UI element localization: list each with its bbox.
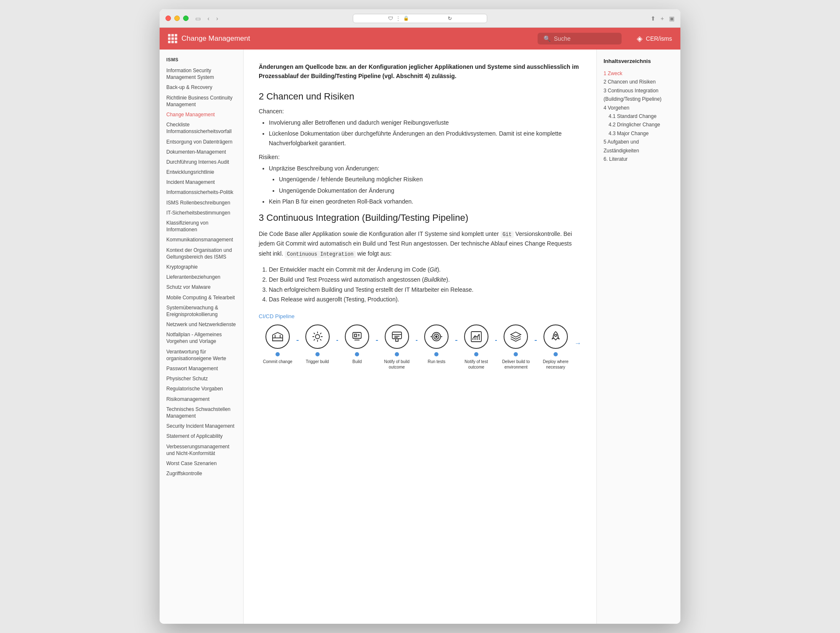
list-item: Das Release wird ausgerollt (Testing, Pr… [269, 295, 581, 305]
svg-rect-4 [353, 332, 361, 338]
toc-title: Inhaltsverzeichnis [604, 58, 674, 64]
sidebar-item[interactable]: Kryptographie [160, 262, 243, 272]
sidebar-item[interactable]: Technisches Schwachstellen Management [160, 404, 243, 421]
close-button[interactable] [165, 16, 171, 21]
url-separator: ⋮ [396, 16, 401, 21]
sidebar-item[interactable]: Notfallplan - Allgemeines Vorgehen und V… [160, 330, 243, 346]
toc-item[interactable]: 3 Continuous Integration (Building/Testi… [604, 86, 674, 104]
pipeline-step-label: Commit change [263, 359, 292, 364]
svg-marker-24 [511, 332, 521, 337]
pipeline-step-label: Build [352, 359, 362, 364]
pipeline-step-icon [385, 324, 409, 349]
table-of-contents: Inhaltsverzeichnis 1 Zweck2 Chancen und … [596, 50, 680, 624]
pipeline-step: Deploy where necessary [537, 324, 575, 370]
sidebar-item[interactable]: Risikomanagement [160, 394, 243, 404]
titlebar-nav-icons: ▭ ‹ › [195, 15, 218, 22]
sidebar-item[interactable]: Netzwerk und Netzwerkdienste [160, 319, 243, 330]
pipeline-step: Notify of build outcome [378, 324, 416, 370]
sidebar-item[interactable]: Statement of Applicability [160, 431, 243, 441]
sidebar-item[interactable]: Zugriffskontrolle [160, 468, 243, 479]
titlebar-center: 🛡 ⋮ 🔒 ↻ [353, 14, 487, 23]
add-tab-icon[interactable]: + [661, 15, 664, 22]
tabs-icon[interactable]: ▣ [669, 15, 675, 22]
pipeline-dot [474, 352, 478, 356]
sidebar-item[interactable]: Kommunikationsmanagement [160, 235, 243, 245]
sidebar-item[interactable]: Schutz vor Malware [160, 282, 243, 292]
forward-icon[interactable]: › [216, 15, 218, 22]
section2-title: 2 Chancen und Risiken [259, 91, 581, 102]
sidebar-item[interactable]: Dokumenten-Management [160, 147, 243, 157]
sidebar-section-label: ISMS [160, 55, 243, 65]
lock-icon: 🔒 [403, 16, 409, 21]
sidebar-item[interactable]: IT-Sicherheitsbestimmungen [160, 208, 243, 218]
toc-item[interactable]: 4 Vorgehen [604, 104, 674, 112]
sidebar-item[interactable]: Checkliste Informationssicherheitsvorfal… [160, 120, 243, 136]
sidebar-item[interactable]: ISMS Rollenbeschreibungen [160, 198, 243, 208]
list-item: Involvierung aller Betroffenen und dadur… [269, 118, 581, 127]
svg-point-3 [315, 335, 320, 339]
pipeline-step-icon [464, 324, 488, 349]
sidebar-item[interactable]: Entwicklungsrichtlinie [160, 167, 243, 177]
sidebar-item[interactable]: Worst Case Szenarien [160, 458, 243, 468]
minimize-button[interactable] [174, 16, 180, 21]
git-code: Git [501, 231, 514, 238]
content-intro: Änderungen am Quellcode bzw. an der Konf… [259, 62, 581, 81]
sidebar-item[interactable]: Physischer Schutz [160, 374, 243, 384]
sidebar-item[interactable]: Back-up & Recovery [160, 82, 243, 92]
traffic-lights [165, 16, 189, 21]
reload-icon[interactable]: ↻ [448, 16, 452, 21]
search-bar[interactable]: 🔍 Suche [538, 33, 622, 44]
sidebar-item[interactable]: Lieferantenbeziehungen [160, 272, 243, 282]
share-icon[interactable]: ⬆ [651, 15, 656, 22]
toc-item[interactable]: 5 Aufgaben und Zuständigkeiten [604, 138, 674, 155]
sidebar-item[interactable]: Information Security Management System [160, 65, 243, 82]
pipeline-dot [434, 352, 438, 356]
list-item: Kein Plan B für einen geordneten Roll-Ba… [269, 197, 581, 206]
sidebar-item[interactable]: Regulatorische Vorgaben [160, 384, 243, 394]
header-right: ◈ CER/isms [637, 34, 672, 43]
pipeline-step-icon [305, 324, 330, 349]
pipeline-step: Run tests [417, 324, 455, 364]
toc-item[interactable]: 4.2 Dringlicher Change [604, 120, 674, 129]
pipeline-step-label: Notify of test outcome [457, 359, 495, 370]
maximize-button[interactable] [183, 16, 189, 21]
toc-item[interactable]: 2 Chancen und Risiken [604, 78, 674, 86]
sidebar-item[interactable]: Incident Management [160, 177, 243, 187]
back-icon[interactable]: ‹ [207, 15, 210, 22]
search-placeholder: Suche [554, 35, 571, 42]
risiken-list: Unpräzise Beschreibung von Änderungen:Un… [259, 164, 581, 207]
sidebar-item[interactable]: Informationssicherheits-Politik [160, 187, 243, 197]
sidebar-item[interactable]: Mobile Computing & Telearbeit [160, 293, 243, 303]
toc-item[interactable]: 6. Literatur [604, 155, 674, 163]
pipeline-step-label: Deploy where necessary [537, 359, 575, 370]
sidebar-item[interactable]: Klassifizierung von Informationen [160, 218, 243, 235]
list-item: Der Build und Test Prozess wird automati… [269, 275, 581, 285]
sidebar-item[interactable]: Systemüberwachung & Ereignisprotokollier… [160, 303, 243, 319]
sidebar-item[interactable]: Passwort Management [160, 364, 243, 374]
sidebar-item[interactable]: Change Management [160, 110, 243, 120]
section3-title: 3 Continuous Integration (Building/Testi… [259, 212, 581, 223]
pipeline-step-label: Run tests [428, 359, 445, 364]
sidebar-item[interactable]: Kontext der Organisation und Geltungsber… [160, 245, 243, 262]
search-icon: 🔍 [543, 35, 551, 42]
titlebar-right-icons: ⬆ + ▣ [651, 15, 675, 22]
app-logo: Change Management [168, 34, 250, 43]
toc-item[interactable]: 4.1 Standard Change [604, 112, 674, 120]
sidebar-item[interactable]: Verantwortung für organisationseigene We… [160, 347, 243, 364]
toc-item[interactable]: 4.3 Major Change [604, 129, 674, 138]
sidebar-item[interactable]: Richtlinie Business Continuity Managemen… [160, 93, 243, 110]
list-item: Ungenügende Dokumentation der Änderung [279, 186, 581, 195]
pipeline-step-label: Deliver build to environment [497, 359, 535, 370]
pipeline-step-label: Trigger build [306, 359, 329, 364]
svg-point-16 [436, 336, 437, 337]
pipeline-dot [395, 352, 399, 356]
toc-item[interactable]: 1 Zweck [604, 69, 674, 78]
sidebar-toggle-icon[interactable]: ▭ [195, 15, 201, 22]
pipeline-step-icon [504, 324, 528, 349]
sidebar-item[interactable]: Entsorgung von Datenträgern [160, 137, 243, 147]
sidebar-item[interactable]: Durchführung Internes Audit [160, 157, 243, 167]
url-bar[interactable]: 🛡 ⋮ 🔒 ↻ [353, 14, 487, 23]
sidebar-item[interactable]: Verbesserungsmanagement und Nicht-Konfor… [160, 442, 243, 458]
sidebar-item[interactable]: Security Incident Management [160, 421, 243, 431]
svg-point-25 [555, 335, 557, 337]
